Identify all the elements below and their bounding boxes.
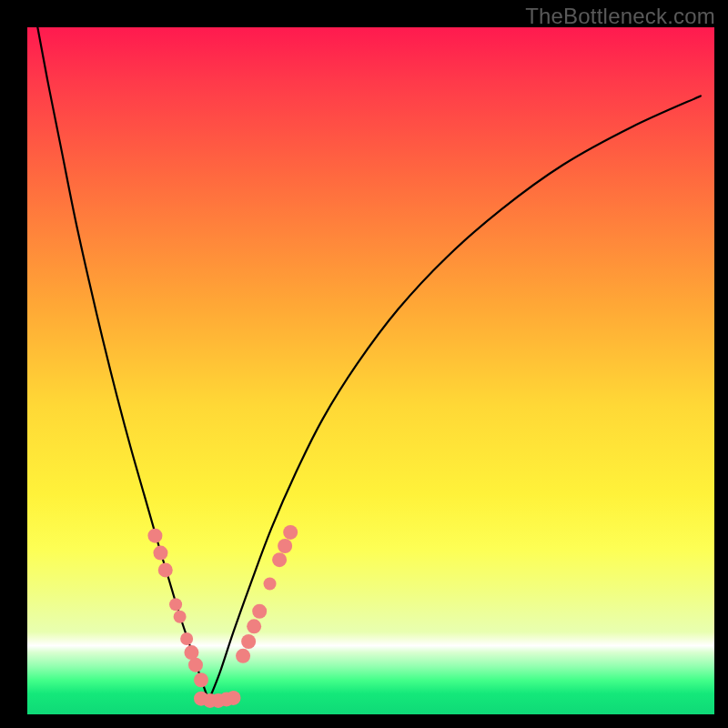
curve-left-branch [37,27,208,701]
marker-right [278,539,292,553]
marker-right [283,525,298,540]
marker-bottom [227,691,241,705]
marker-right [272,552,287,567]
marker-left [147,529,162,543]
chart-svg [27,27,714,714]
marker-left [180,632,193,645]
marker-right [247,619,261,633]
marker-left [169,598,182,611]
marker-left [174,611,187,623]
marker-left [184,645,198,660]
marker-right [241,634,256,649]
marker-right [264,578,277,591]
marker-right [252,604,267,619]
marker-right [236,649,250,663]
marker-left [158,562,173,577]
marker-layer [147,525,298,708]
marker-left [194,672,208,687]
marker-left [188,658,203,672]
marker-left [153,546,167,561]
watermark-text: TheBottleneck.com [525,4,715,29]
chart-frame: TheBottleneck.com [0,0,728,728]
curve-right-branch [208,96,701,701]
curve-layer [37,27,701,701]
chart-plot-area [27,27,714,714]
